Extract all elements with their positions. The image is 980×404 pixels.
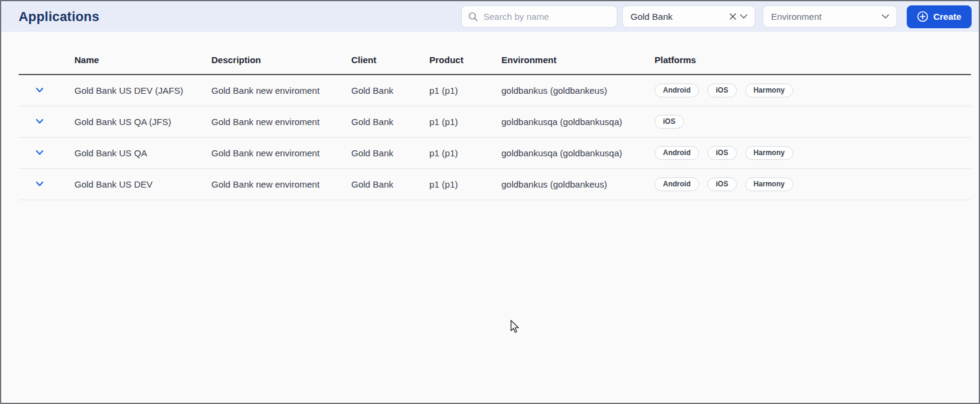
cell-description: Gold Bank new enviroment — [211, 168, 351, 200]
cell-client: Gold Bank — [351, 106, 429, 137]
platform-badge: Android — [655, 177, 699, 191]
cell-product: p1 (p1) — [429, 168, 501, 200]
applications-table-section: Name Description Client Product Environm… — [1, 32, 979, 200]
platform-badge: Android — [655, 84, 699, 97]
search-input[interactable] — [483, 11, 611, 22]
cell-description: Gold Bank new enviroment — [211, 106, 351, 137]
column-header-description: Description — [211, 32, 351, 75]
cell-client: Gold Bank — [351, 137, 429, 168]
column-header-product: Product — [429, 32, 501, 75]
app-header: Applications Gold Bank — [1, 1, 979, 32]
environment-filter-placeholder: Environment — [771, 11, 880, 22]
cell-client: Gold Bank — [351, 75, 429, 106]
table-row: Gold Bank US QA (JFS)Gold Bank new envir… — [19, 106, 971, 137]
table-header-row: Name Description Client Product Environm… — [19, 32, 971, 75]
cell-platforms: iOS — [655, 106, 971, 137]
cell-product: p1 (p1) — [429, 137, 501, 168]
search-icon — [468, 11, 479, 22]
table-row: Gold Bank US DEV (JAFS)Gold Bank new env… — [19, 75, 971, 106]
row-expander-cell — [19, 75, 74, 106]
plus-circle-icon — [917, 11, 928, 22]
table-row: Gold Bank US DEVGold Bank new enviroment… — [19, 168, 971, 200]
row-expand-icon[interactable] — [33, 146, 46, 159]
cell-description: Gold Bank new enviroment — [211, 75, 351, 106]
applications-table: Name Description Client Product Environm… — [19, 32, 971, 200]
column-header-name: Name — [74, 32, 211, 75]
platform-badge: Harmony — [745, 177, 793, 191]
cell-environment: goldbankusqa (goldbankusqa) — [501, 137, 655, 168]
mouse-cursor — [509, 320, 521, 334]
client-filter-select[interactable]: Gold Bank — [622, 5, 755, 28]
cell-environment: goldbankusqa (goldbankusqa) — [501, 106, 655, 137]
chevron-down-icon[interactable] — [739, 13, 749, 20]
row-expand-icon[interactable] — [33, 177, 46, 191]
row-expander-cell — [19, 168, 74, 200]
column-header-client: Client — [351, 32, 429, 75]
app-window: Applications Gold Bank — [0, 0, 980, 404]
table-row: Gold Bank US QAGold Bank new enviromentG… — [19, 137, 971, 168]
platform-badge: iOS — [655, 115, 684, 129]
client-filter-value: Gold Bank — [631, 11, 727, 22]
cell-platforms: AndroidiOSHarmony — [655, 168, 971, 200]
cell-environment: goldbankus (goldbankeus) — [501, 75, 655, 106]
cell-platforms: AndroidiOSHarmony — [655, 137, 971, 168]
page-title: Applications — [19, 9, 99, 25]
column-header-environment: Environment — [501, 32, 655, 75]
row-expand-icon[interactable] — [33, 115, 46, 128]
cell-name: Gold Bank US DEV (JAFS) — [74, 75, 211, 106]
row-expand-icon[interactable] — [33, 84, 46, 97]
create-button-label: Create — [933, 11, 961, 22]
cell-product: p1 (p1) — [429, 75, 501, 106]
cell-environment: goldbankus (goldbankeus) — [501, 168, 655, 200]
platform-badge: Android — [655, 146, 699, 160]
column-header-platforms: Platforms — [655, 32, 971, 75]
search-box[interactable] — [461, 5, 617, 28]
chevron-down-icon[interactable] — [880, 13, 891, 20]
environment-filter-select[interactable]: Environment — [763, 5, 897, 28]
column-header-expander — [19, 32, 74, 75]
row-expander-cell — [19, 137, 74, 168]
create-button[interactable]: Create — [907, 5, 972, 28]
clear-icon[interactable] — [727, 11, 739, 22]
table-body: Gold Bank US DEV (JAFS)Gold Bank new env… — [19, 75, 971, 200]
cell-product: p1 (p1) — [429, 106, 501, 137]
row-expander-cell — [19, 106, 74, 137]
cell-name: Gold Bank US QA (JFS) — [74, 106, 211, 137]
toolbar: Gold Bank Environment — [461, 5, 972, 28]
cell-description: Gold Bank new enviroment — [211, 137, 351, 168]
cell-platforms: AndroidiOSHarmony — [655, 75, 971, 106]
cell-client: Gold Bank — [351, 168, 429, 200]
cell-name: Gold Bank US QA — [74, 137, 211, 168]
platform-badge: iOS — [707, 146, 737, 160]
cell-name: Gold Bank US DEV — [74, 168, 211, 200]
platform-badge: Harmony — [745, 146, 793, 160]
platform-badge: Harmony — [745, 84, 793, 97]
platform-badge: iOS — [707, 177, 737, 191]
platform-badge: iOS — [707, 84, 737, 97]
